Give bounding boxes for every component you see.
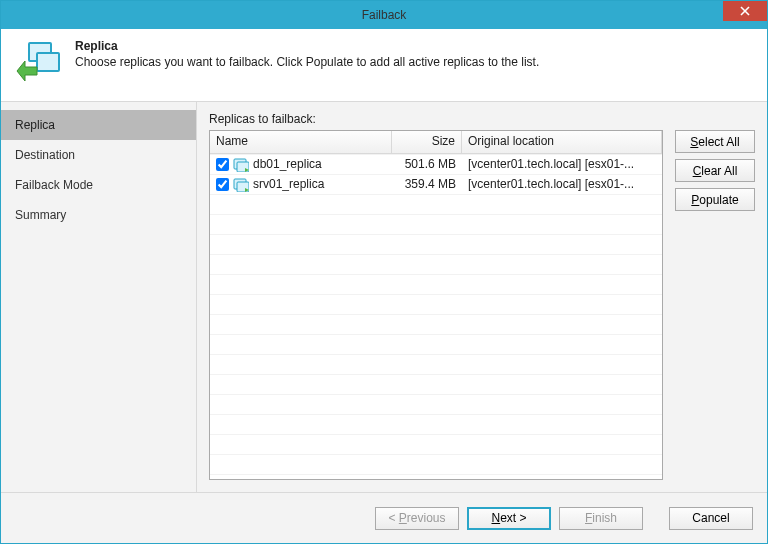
clear-all-button[interactable]: Clear All: [675, 159, 755, 182]
window-title: Failback: [1, 8, 767, 22]
cancel-button[interactable]: Cancel: [669, 507, 753, 530]
side-buttons: Select All Clear All Populate: [675, 130, 755, 480]
nav-item-replica[interactable]: Replica: [1, 110, 196, 140]
wizard-header-icon: [15, 39, 63, 87]
svg-rect-3: [37, 53, 59, 71]
row-checkbox[interactable]: [216, 178, 229, 191]
vm-icon: [233, 176, 249, 192]
col-header-name[interactable]: Name: [210, 131, 392, 153]
row-size: 501.6 MB: [392, 157, 462, 171]
wizard-footer: < Previous Next > Finish Cancel: [1, 492, 767, 543]
col-header-location[interactable]: Original location: [462, 131, 662, 153]
wizard-header-text: Replica Choose replicas you want to fail…: [75, 39, 539, 69]
row-location: [vcenter01.tech.local] [esx01-...: [462, 177, 662, 191]
col-header-size[interactable]: Size: [392, 131, 462, 153]
vm-icon: [233, 156, 249, 172]
row-checkbox[interactable]: [216, 158, 229, 171]
replicas-label: Replicas to failback:: [209, 112, 755, 126]
row-name: db01_replica: [253, 157, 322, 171]
finish-button: Finish: [559, 507, 643, 530]
failback-window: Failback Replica Choose replicas you wan…: [0, 0, 768, 544]
select-all-button[interactable]: Select All: [675, 130, 755, 153]
grid-body: db01_replica 501.6 MB [vcenter01.tech.lo…: [210, 154, 662, 479]
close-icon: [740, 6, 750, 16]
nav-item-summary[interactable]: Summary: [1, 200, 196, 230]
row-location: [vcenter01.tech.local] [esx01-...: [462, 157, 662, 171]
titlebar: Failback: [1, 1, 767, 29]
table-row[interactable]: srv01_replica 359.4 MB [vcenter01.tech.l…: [210, 174, 662, 194]
main-row: Name Size Original location: [209, 130, 755, 480]
wizard-header: Replica Choose replicas you want to fail…: [1, 29, 767, 101]
wizard-header-title: Replica: [75, 39, 539, 53]
nav-item-destination[interactable]: Destination: [1, 140, 196, 170]
replicas-grid[interactable]: Name Size Original location: [209, 130, 663, 480]
window-close-button[interactable]: [723, 1, 767, 21]
wizard-main: Replicas to failback: Name Size Original…: [197, 102, 767, 492]
nav-item-failback-mode[interactable]: Failback Mode: [1, 170, 196, 200]
wizard-body: Replica Destination Failback Mode Summar…: [1, 101, 767, 492]
populate-button[interactable]: Populate: [675, 188, 755, 211]
row-name: srv01_replica: [253, 177, 324, 191]
wizard-header-desc: Choose replicas you want to failback. Cl…: [75, 55, 539, 69]
row-size: 359.4 MB: [392, 177, 462, 191]
wizard-nav: Replica Destination Failback Mode Summar…: [1, 102, 197, 492]
replica-failback-icon: [15, 39, 63, 87]
next-button[interactable]: Next >: [467, 507, 551, 530]
grid-header: Name Size Original location: [210, 131, 662, 154]
table-row[interactable]: db01_replica 501.6 MB [vcenter01.tech.lo…: [210, 154, 662, 174]
previous-button: < Previous: [375, 507, 459, 530]
